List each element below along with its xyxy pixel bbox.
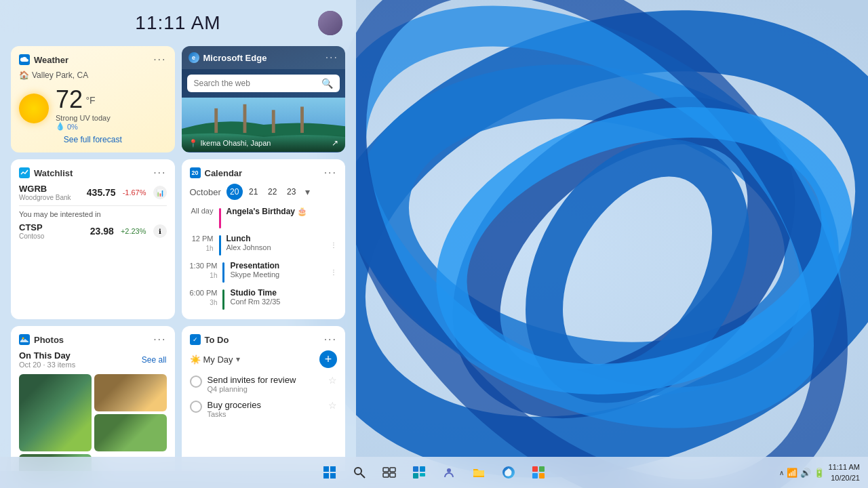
taskbar-center [316,459,552,486]
photos-see-all-button[interactable]: See all [142,355,167,365]
watchlist-title: Watchlist [34,168,73,178]
weather-more-button[interactable]: ··· [153,54,166,65]
taskbar: ∧ 📶 🔊 🔋 11:11 AM 10/20/21 [0,457,868,488]
event-name-studio: Studio Time [230,288,337,298]
svg-point-20 [355,468,361,474]
todo-star-2[interactable]: ☆ [328,400,337,411]
store-button[interactable] [525,459,552,486]
svg-rect-27 [420,466,425,472]
event-name-birthday: Angela's Birthday 🎂 [226,207,308,216]
weather-widget: Weather ··· 🏠 Valley Park, CA 72 °F Stro… [11,46,175,152]
search-button[interactable] [346,459,373,486]
stock-item-wgrb: WGRB Woodgrove Bank 435.75 -1.67% 📊 [19,184,167,201]
svg-point-15 [22,338,24,340]
svg-rect-29 [420,473,425,476]
widgets-time: 11:11 AM [135,12,220,34]
widgets-taskbar-button[interactable] [406,459,433,486]
svg-rect-24 [383,473,389,477]
network-icon[interactable]: 📶 [787,468,797,478]
todo-checkbox-2[interactable] [190,401,202,413]
todo-title-row: ✓ To Do [190,334,229,345]
file-explorer-button[interactable] [465,459,492,486]
svg-rect-28 [413,473,418,479]
photos-info-row: On This Day Oct 20 · 33 items See all [19,350,167,369]
svg-rect-25 [390,473,395,477]
todo-myday-label[interactable]: ☀️ My Day ▾ [190,354,240,365]
sound-icon[interactable]: 🔊 [800,468,811,478]
todo-task-name-2: Buy groceries [208,400,323,410]
stock-company-wgrb: Woodgrove Bank [19,194,71,201]
chevron-icon[interactable]: ∧ [779,469,784,476]
cal-date-22[interactable]: 22 [264,184,281,200]
event-bar-lunch [219,235,221,256]
calendar-month: October [190,187,221,197]
svg-rect-35 [532,473,538,479]
weather-unit: °F [86,95,96,106]
calendar-widget: 20 Calendar ··· October 20 21 22 23 ▾ Al… [182,159,346,319]
svg-rect-26 [413,466,418,472]
calendar-event-studio: 6:00 PM 3h Studio Time Conf Rm 32/35 [190,287,338,311]
photos-title-row: Photos [19,334,64,345]
cal-date-21[interactable]: 21 [245,184,262,200]
start-button[interactable] [316,459,343,486]
todo-task-1: Send invites for review Q4 planning ☆ [190,375,338,393]
photo-item-3[interactable] [94,414,167,451]
watchlist-more-button[interactable]: ··· [153,167,166,178]
stock-ticker-ctsp: CTSP [19,222,44,232]
stock-price-wgrb: 435.75 [87,187,116,198]
edge-browser-button[interactable] [495,459,522,486]
edge-image: 📍 Ikema Ohashi, Japan ↗ [182,98,346,152]
edge-search-bar[interactable]: 🔍 [187,75,340,92]
watchlist-widget: Watchlist ··· WGRB Woodgrove Bank 435.75… [11,159,175,319]
edge-expand-button[interactable]: ↗ [332,138,338,148]
user-avatar[interactable] [318,11,342,35]
weather-title-row: Weather [19,54,68,65]
svg-rect-36 [539,473,545,479]
calendar-icon: 20 [190,167,201,178]
calendar-more-button[interactable]: ··· [324,167,337,178]
weather-forecast-link[interactable]: See full forecast [19,135,167,144]
svg-rect-22 [383,468,389,472]
calendar-chevron[interactable]: ▾ [305,186,310,197]
calendar-header: 20 Calendar ··· [190,167,338,178]
event-more-presentation[interactable]: ⋮ [330,268,337,276]
event-bar-studio [222,289,224,310]
event-sub-lunch: Alex Johnson [226,243,326,251]
weather-main: 72 °F Strong UV today 💧 0% [19,85,167,131]
event-bar-birthday [219,208,221,228]
photo-item-2[interactable] [94,374,167,411]
edge-image-location: 📍 Ikema Ohashi, Japan [189,139,271,148]
weather-description: Strong UV today [56,114,111,122]
taskbar-date: 10/20/21 [829,472,860,484]
teams-button[interactable] [435,459,462,486]
task-view-button[interactable] [376,459,403,486]
stock-ticker-wgrb: WGRB [19,184,71,194]
cal-date-23[interactable]: 23 [283,184,300,200]
stock-chart-button-wgrb[interactable]: 📊 [153,186,167,199]
stock-item-ctsp: CTSP Contoso 23.98 +2.23% ℹ [19,222,167,240]
taskbar-right: ∧ 📶 🔊 🔋 11:11 AM 10/20/21 [779,462,860,484]
photos-more-button[interactable]: ··· [153,334,166,345]
stock-company-ctsp: Contoso [19,232,44,240]
todo-more-button[interactable]: ··· [324,334,337,345]
weather-precipitation: 💧 0% [56,122,111,131]
stock-chart-button-ctsp[interactable]: ℹ [153,224,167,238]
todo-myday-row: ☀️ My Day ▾ + [190,350,338,368]
photo-item-1[interactable] [19,374,92,451]
todo-checkbox-1[interactable] [190,375,202,388]
battery-icon[interactable]: 🔋 [814,468,825,478]
todo-myday-chevron: ▾ [236,354,240,364]
stock-price-ctsp: 23.98 [90,226,114,237]
svg-rect-33 [532,466,538,472]
weather-temperature: 72 [56,85,83,113]
event-more-lunch[interactable]: ⋮ [330,241,337,249]
todo-star-1[interactable]: ☆ [328,375,337,386]
taskbar-clock[interactable]: 11:11 AM 10/20/21 [829,462,860,484]
system-tray-icons: ∧ 📶 🔊 🔋 [779,468,825,478]
edge-search-input[interactable] [194,79,317,88]
todo-add-button[interactable]: + [319,350,337,368]
weather-title: Weather [34,55,68,65]
svg-rect-17 [330,466,336,472]
edge-more-button[interactable]: ··· [326,52,338,64]
cal-date-20[interactable]: 20 [226,184,243,200]
